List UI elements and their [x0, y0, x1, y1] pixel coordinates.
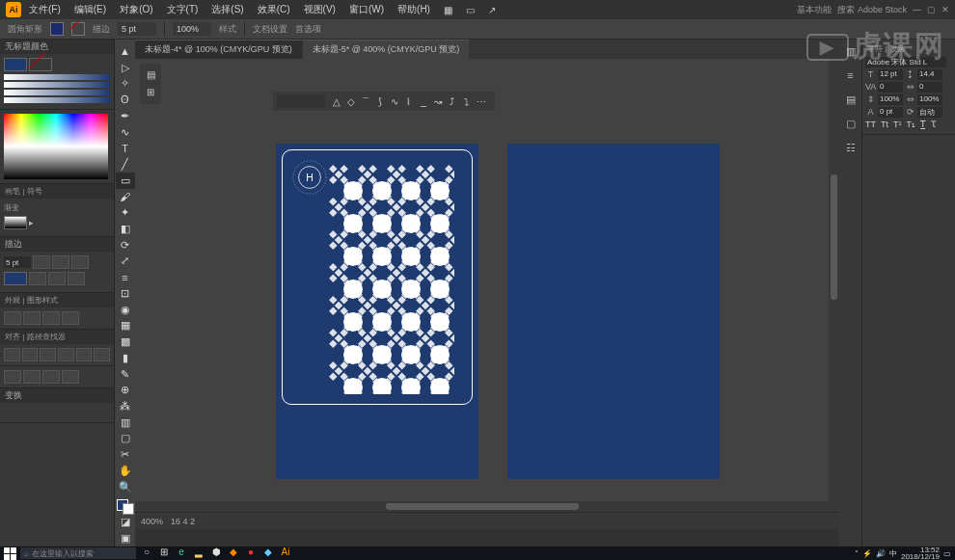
exclude-icon[interactable] — [62, 370, 79, 384]
k-slider[interactable] — [4, 97, 110, 103]
float-icon-2[interactable]: ⊞ — [140, 84, 161, 101]
fill-swatch[interactable] — [50, 22, 64, 36]
app3-icon[interactable]: ◆ — [261, 547, 275, 560]
align-bottom-icon[interactable] — [94, 348, 110, 361]
slice-tool-icon[interactable]: ✂ — [116, 446, 135, 463]
menu-help[interactable]: 帮助(H) — [392, 1, 436, 18]
curve5-icon[interactable]: ⌇ — [401, 94, 416, 109]
gradient-preview[interactable] — [4, 216, 27, 229]
stock-search[interactable]: 搜索 Adobe Stock — [837, 4, 907, 16]
stroke-weight-field[interactable]: 5 pt — [118, 22, 156, 36]
free-transform-icon[interactable]: ⊡ — [116, 285, 135, 302]
doc-setup-button[interactable]: 文档设置 — [253, 23, 287, 36]
menu-edit[interactable]: 编辑(E) — [68, 1, 112, 18]
type-tool-icon[interactable]: T — [116, 140, 135, 156]
eraser-tool-icon[interactable]: ◧ — [116, 221, 135, 237]
pen-tool-icon[interactable]: ✒ — [116, 108, 135, 124]
bridge-icon[interactable]: ▦ — [438, 3, 458, 17]
underline-icon[interactable]: T̲ — [920, 120, 926, 129]
menu-window[interactable]: 窗口(W) — [343, 1, 390, 18]
align-tab[interactable]: 对齐 | 路径查找器 — [5, 332, 66, 342]
stroke-chip[interactable] — [29, 58, 52, 71]
rotate-tool-icon[interactable]: ⟳ — [116, 237, 135, 253]
menu-object[interactable]: 对象(O) — [114, 1, 158, 18]
curve3-icon[interactable]: ⟆ — [372, 94, 387, 109]
curve7-icon[interactable]: ↝ — [430, 94, 445, 109]
shape-builder-icon[interactable]: ◉ — [116, 302, 135, 318]
store-icon[interactable]: ⬢ — [209, 547, 223, 560]
triangle-icon[interactable]: ▸ — [29, 218, 34, 227]
arrange-icon[interactable]: ▭ — [460, 3, 480, 17]
unite-icon[interactable] — [4, 370, 21, 384]
curvature-tool-icon[interactable]: ∿ — [116, 124, 135, 141]
tt-small-icon[interactable]: Tt — [881, 120, 888, 129]
line-tool-icon[interactable]: ╱ — [116, 156, 135, 173]
stroke-panel-header[interactable]: 描边 — [0, 237, 114, 252]
curve1-icon[interactable]: ◇ — [343, 94, 358, 109]
y-slider[interactable] — [4, 90, 110, 95]
cortana-icon[interactable]: ○ — [140, 547, 153, 560]
fx2[interactable] — [23, 311, 41, 325]
align-top-icon[interactable] — [58, 348, 74, 361]
window-max-icon[interactable]: ▢ — [927, 5, 936, 14]
system-tray[interactable]: ˄ ⚡ 🔊 中 13:52 2018/12/19 ▭ — [855, 547, 951, 560]
fx1[interactable] — [4, 311, 21, 325]
blend-tool-icon[interactable]: ⊕ — [116, 382, 135, 398]
symbol-spray-icon[interactable]: ⁂ — [116, 398, 135, 414]
panel-color-header[interactable]: 无标题颜色 — [0, 40, 114, 54]
layers-icon[interactable]: ▤ — [843, 93, 859, 109]
align-hcenter-icon[interactable] — [22, 348, 39, 361]
align-right-icon[interactable] — [40, 348, 56, 361]
curve8-icon[interactable]: ⤴ — [445, 94, 459, 109]
screen-mode-icon[interactable]: ▣ — [116, 530, 135, 547]
fill-chip[interactable] — [4, 58, 27, 71]
tray-net-icon[interactable]: ⚡ — [862, 549, 872, 558]
brush-tab[interactable]: 画笔 | 符号 — [5, 186, 42, 197]
taskview-icon[interactable]: ⊞ — [157, 547, 171, 560]
subscript-icon[interactable]: T₁ — [907, 120, 916, 129]
notifications-icon[interactable]: ▭ — [943, 549, 951, 558]
artboard-1[interactable]: H — [276, 144, 478, 479]
tab-doc2[interactable]: 未标题-5* @ 400% (CMYK/GPU 预览) — [303, 40, 470, 59]
intersect-icon[interactable] — [42, 370, 60, 384]
fill-stroke-swatch[interactable] — [117, 499, 134, 515]
rotate-field[interactable]: 自动 — [917, 107, 942, 118]
superscript-icon[interactable]: T¹ — [893, 120, 902, 129]
color-mode-icon[interactable]: ◪ — [116, 515, 135, 531]
window-min-icon[interactable]: — — [913, 5, 921, 14]
tray-vol-icon[interactable]: 🔊 — [876, 549, 886, 558]
minus-icon[interactable] — [23, 370, 41, 384]
baseline-field[interactable]: 0 pt — [878, 107, 903, 118]
perspective-tool-icon[interactable]: ▦ — [116, 317, 135, 333]
appearance-tab[interactable]: 外观 | 图形样式 — [5, 295, 58, 306]
rectangle-tool-icon[interactable]: ▭ — [116, 173, 135, 189]
width-tool-icon[interactable]: ≡ — [116, 269, 135, 285]
properties-icon[interactable]: ≡ — [843, 69, 859, 85]
float-icon-1[interactable]: ▤ — [140, 67, 161, 84]
align-left-icon[interactable] — [4, 348, 20, 361]
selection-tool-icon[interactable]: ▲ — [116, 43, 135, 60]
opacity-field[interactable]: 100% — [173, 22, 211, 36]
tray-up-icon[interactable]: ˄ — [855, 549, 859, 558]
curve2-icon[interactable]: ⌒ — [358, 94, 372, 109]
start-button[interactable] — [4, 547, 16, 560]
fx4[interactable] — [62, 311, 79, 325]
curve9-icon[interactable]: ⤵ — [459, 94, 474, 109]
transform-header[interactable]: 变换 — [0, 388, 114, 403]
window-close-icon[interactable]: ✕ — [941, 5, 949, 14]
cap-round[interactable] — [52, 255, 69, 269]
workspace-label[interactable]: 基本功能 — [797, 4, 832, 16]
strike-icon[interactable]: Ꚍ — [931, 120, 937, 129]
edge-icon[interactable]: e — [175, 547, 188, 560]
style-label[interactable]: 样式 — [219, 23, 236, 36]
curve6-icon[interactable]: ⎯ — [416, 94, 430, 109]
curve4-icon[interactable]: ∿ — [387, 94, 401, 109]
scale-tool-icon[interactable]: ⤢ — [116, 253, 135, 270]
direct-select-tool-icon[interactable]: ▷ — [116, 60, 135, 76]
float-grip[interactable] — [277, 94, 325, 108]
cap-square[interactable] — [71, 255, 89, 269]
hand-tool-icon[interactable]: ✋ — [116, 463, 135, 479]
graph-tool-icon[interactable]: ▥ — [116, 414, 135, 431]
tray-ime-icon[interactable]: 中 — [889, 548, 897, 559]
taskbar-search[interactable]: ⌕ 在这里输入以搜索 — [20, 547, 136, 559]
